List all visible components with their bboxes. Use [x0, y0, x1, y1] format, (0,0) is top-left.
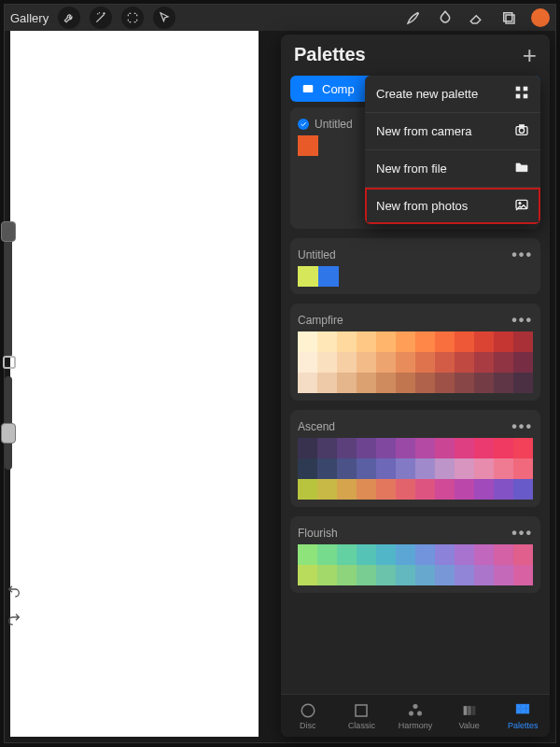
color-swatch[interactable]: [337, 544, 357, 565]
color-swatch[interactable]: [357, 544, 376, 565]
current-color-chip[interactable]: [531, 8, 550, 27]
color-swatch[interactable]: [396, 458, 415, 479]
color-swatch[interactable]: [298, 266, 318, 287]
color-swatch[interactable]: [396, 479, 415, 500]
color-swatch[interactable]: [317, 352, 337, 373]
color-swatch[interactable]: [337, 458, 357, 479]
color-swatch[interactable]: [494, 438, 513, 458]
color-swatch[interactable]: [455, 352, 474, 373]
color-swatch[interactable]: [317, 438, 337, 458]
brush-opacity-thumb[interactable]: [1, 423, 16, 444]
color-swatch[interactable]: [298, 565, 317, 585]
color-swatch[interactable]: [317, 458, 337, 479]
color-swatch[interactable]: [415, 352, 435, 373]
color-swatch[interactable]: [415, 565, 435, 585]
color-swatch[interactable]: [435, 373, 455, 393]
tab-palettes[interactable]: Palettes: [496, 702, 550, 730]
color-swatch[interactable]: [455, 544, 474, 565]
color-swatch[interactable]: [513, 544, 533, 565]
color-swatch[interactable]: [513, 352, 533, 373]
color-swatch[interactable]: [415, 544, 435, 565]
gallery-link[interactable]: Gallery: [10, 11, 49, 25]
color-swatch[interactable]: [357, 565, 376, 585]
color-swatch[interactable]: [298, 458, 317, 479]
color-swatch[interactable]: [435, 565, 455, 585]
color-swatch[interactable]: [337, 373, 357, 393]
layers-icon[interactable]: [499, 8, 518, 27]
color-swatch[interactable]: [357, 331, 376, 352]
color-swatch[interactable]: [435, 331, 455, 352]
color-swatch[interactable]: [435, 352, 455, 373]
menu-item-grid[interactable]: Create new palette: [365, 76, 540, 112]
menu-item-camera[interactable]: New from camera: [365, 112, 540, 149]
color-swatch[interactable]: [298, 544, 317, 565]
color-swatch[interactable]: [513, 438, 533, 458]
palette-more-button[interactable]: •••: [511, 312, 533, 329]
redo-icon[interactable]: [7, 612, 21, 630]
selection-icon[interactable]: [121, 7, 144, 29]
color-swatch[interactable]: [415, 331, 435, 352]
color-swatch[interactable]: [435, 544, 455, 565]
tab-value[interactable]: Value: [442, 702, 497, 730]
wrench-icon[interactable]: [58, 7, 80, 29]
color-swatch[interactable]: [337, 479, 357, 500]
color-swatch[interactable]: [337, 331, 357, 352]
color-swatch[interactable]: [513, 331, 533, 352]
color-swatch[interactable]: [357, 458, 376, 479]
color-swatch[interactable]: [357, 438, 376, 458]
color-swatch[interactable]: [455, 458, 474, 479]
color-swatch[interactable]: [376, 479, 396, 500]
color-swatch[interactable]: [415, 373, 435, 393]
color-swatch[interactable]: [513, 565, 533, 585]
color-swatch[interactable]: [474, 544, 494, 565]
color-swatch[interactable]: [376, 565, 396, 585]
color-swatch[interactable]: [474, 331, 494, 352]
color-swatch[interactable]: [494, 458, 513, 479]
color-swatch[interactable]: [318, 266, 339, 287]
color-swatch[interactable]: [376, 373, 396, 393]
color-swatch[interactable]: [494, 373, 513, 393]
color-swatch[interactable]: [298, 479, 317, 500]
brush-icon[interactable]: [404, 8, 423, 27]
color-swatch[interactable]: [337, 565, 357, 585]
color-swatch[interactable]: [357, 479, 376, 500]
color-swatch[interactable]: [455, 565, 474, 585]
color-swatch[interactable]: [494, 479, 513, 500]
color-swatch[interactable]: [415, 458, 435, 479]
brush-size-slider[interactable]: [5, 227, 12, 358]
undo-icon[interactable]: [7, 584, 21, 602]
color-swatch[interactable]: [396, 565, 415, 585]
palette-more-button[interactable]: •••: [511, 247, 533, 263]
color-swatch[interactable]: [298, 373, 317, 393]
magic-wand-icon[interactable]: [90, 7, 112, 29]
add-palette-button[interactable]: +: [523, 46, 537, 64]
palette-card[interactable]: Untitled•••: [290, 238, 540, 294]
palette-more-button[interactable]: •••: [511, 525, 533, 542]
color-swatch[interactable]: [298, 438, 317, 458]
palette-card[interactable]: Flourish•••: [290, 516, 540, 593]
color-swatch[interactable]: [474, 458, 494, 479]
color-swatch[interactable]: [317, 565, 337, 585]
color-swatch[interactable]: [455, 331, 474, 352]
menu-item-photo[interactable]: New from photos: [365, 187, 540, 224]
color-swatch[interactable]: [494, 352, 513, 373]
color-swatch[interactable]: [317, 544, 337, 565]
color-swatch[interactable]: [337, 438, 357, 458]
color-swatch[interactable]: [494, 331, 513, 352]
color-swatch[interactable]: [337, 352, 357, 373]
palette-card[interactable]: Ascend•••: [290, 410, 540, 507]
color-swatch[interactable]: [513, 479, 533, 500]
color-swatch[interactable]: [435, 458, 455, 479]
tab-harmony[interactable]: Harmony: [388, 702, 442, 730]
color-swatch[interactable]: [474, 565, 494, 585]
color-swatch[interactable]: [376, 544, 396, 565]
color-swatch[interactable]: [396, 331, 415, 352]
color-swatch[interactable]: [317, 479, 337, 500]
palette-card[interactable]: Campfire•••: [290, 303, 540, 401]
color-swatch[interactable]: [455, 438, 474, 458]
color-swatch[interactable]: [396, 544, 415, 565]
color-swatch[interactable]: [357, 352, 376, 373]
tab-classic[interactable]: Classic: [335, 702, 389, 730]
smudge-icon[interactable]: [436, 8, 455, 27]
color-swatch[interactable]: [474, 438, 494, 458]
